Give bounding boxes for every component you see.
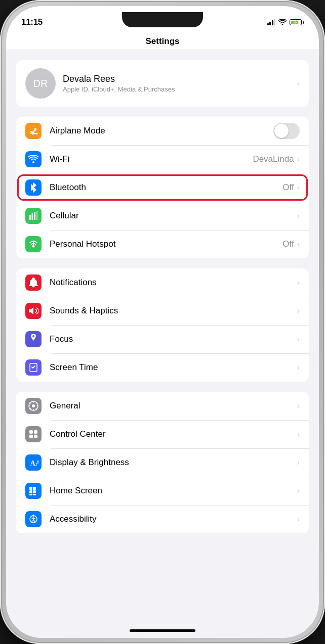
hotspot-icon bbox=[25, 236, 42, 252]
notifications-label: Notifications bbox=[50, 278, 297, 288]
display-brightness-row[interactable]: AA Display & Brightness › bbox=[16, 448, 309, 477]
home-screen-row[interactable]: Home Screen › bbox=[16, 477, 309, 505]
display-icon: AA bbox=[25, 454, 42, 471]
display-brightness-label: Display & Brightness bbox=[50, 457, 297, 468]
accessibility-label: Accessibility bbox=[50, 514, 297, 524]
sounds-haptics-chevron: › bbox=[297, 306, 300, 315]
screen-time-chevron: › bbox=[297, 363, 300, 372]
svg-rect-17 bbox=[33, 490, 36, 493]
phone-frame: 11:15 bbox=[0, 0, 325, 644]
settings-group-connectivity: Airplane Mode bbox=[16, 117, 309, 258]
screen-time-label: Screen Time bbox=[50, 362, 297, 373]
settings-group-notifications: Notifications › Sounds & Haptics bbox=[16, 268, 309, 382]
accessibility-row[interactable]: Accessibility › bbox=[16, 505, 309, 533]
wifi-icon bbox=[278, 19, 287, 25]
hotspot-label: Personal Hotspot bbox=[50, 239, 282, 249]
bluetooth-icon bbox=[25, 179, 42, 196]
hotspot-value: Off bbox=[282, 239, 294, 249]
profile-name: Devala Rees bbox=[63, 74, 297, 84]
hotspot-chevron: › bbox=[297, 240, 300, 249]
home-indicator bbox=[6, 623, 319, 638]
airplane-mode-icon bbox=[25, 123, 42, 139]
status-time: 11:15 bbox=[21, 17, 43, 27]
control-center-label: Control Center bbox=[50, 429, 297, 439]
focus-row[interactable]: Focus › bbox=[16, 325, 309, 353]
wifi-label: Wi-Fi bbox=[50, 154, 253, 164]
svg-rect-15 bbox=[33, 487, 36, 490]
settings-group-general: General › Control bbox=[16, 392, 309, 533]
svg-rect-11 bbox=[29, 435, 33, 438]
wifi-value: DevaLinda bbox=[253, 154, 294, 164]
display-chevron: › bbox=[297, 458, 300, 467]
screen: 11:15 bbox=[6, 6, 319, 638]
airplane-mode-toggle[interactable] bbox=[273, 123, 300, 139]
svg-rect-14 bbox=[29, 487, 32, 490]
airplane-mode-row[interactable]: Airplane Mode bbox=[16, 117, 309, 145]
general-label: General bbox=[50, 401, 297, 411]
screen-time-row[interactable]: Screen Time › bbox=[16, 353, 309, 382]
page-title: Settings bbox=[145, 36, 179, 46]
cellular-chevron: › bbox=[297, 211, 300, 220]
svg-rect-10 bbox=[34, 430, 37, 434]
profile-card[interactable]: DR Devala Rees Apple ID, iCloud+, Media … bbox=[16, 60, 309, 107]
wifi-settings-icon bbox=[25, 151, 42, 167]
cellular-label: Cellular bbox=[50, 211, 297, 221]
notifications-icon bbox=[25, 274, 42, 291]
profile-info: Devala Rees Apple ID, iCloud+, Media & P… bbox=[63, 74, 297, 93]
bluetooth-chevron: › bbox=[297, 183, 300, 192]
svg-point-5 bbox=[32, 335, 34, 337]
cellular-icon bbox=[25, 208, 42, 224]
sounds-icon bbox=[25, 303, 42, 319]
svg-text:AA: AA bbox=[30, 459, 38, 467]
profile-chevron: › bbox=[297, 79, 300, 88]
wifi-row[interactable]: Wi-Fi DevaLinda › bbox=[16, 145, 309, 173]
sounds-haptics-row[interactable]: Sounds & Haptics › bbox=[16, 297, 309, 325]
home-screen-label: Home Screen bbox=[50, 486, 297, 496]
accessibility-icon bbox=[25, 511, 42, 527]
home-screen-chevron: › bbox=[297, 486, 300, 495]
bluetooth-value: Off bbox=[282, 182, 294, 193]
notifications-row[interactable]: Notifications › bbox=[16, 268, 309, 297]
svg-rect-9 bbox=[29, 430, 33, 434]
bluetooth-row[interactable]: Bluetooth Off › bbox=[16, 173, 309, 202]
signal-icon bbox=[267, 19, 276, 25]
profile-subtitle: Apple ID, iCloud+, Media & Purchases bbox=[63, 85, 297, 93]
focus-label: Focus bbox=[50, 334, 297, 344]
control-center-row[interactable]: Control Center › bbox=[16, 420, 309, 448]
sounds-haptics-label: Sounds & Haptics bbox=[50, 306, 297, 316]
home-screen-icon bbox=[25, 483, 42, 499]
svg-rect-19 bbox=[33, 494, 36, 495]
notifications-chevron: › bbox=[297, 278, 300, 287]
scroll-content: DR Devala Rees Apple ID, iCloud+, Media … bbox=[6, 50, 319, 623]
status-icons: ⚡ bbox=[267, 19, 304, 25]
personal-hotspot-row[interactable]: Personal Hotspot Off › bbox=[16, 230, 309, 258]
screen-time-icon bbox=[25, 359, 42, 376]
control-center-icon bbox=[25, 426, 42, 442]
svg-rect-1 bbox=[32, 213, 33, 220]
general-chevron: › bbox=[297, 401, 300, 410]
general-row[interactable]: General › bbox=[16, 392, 309, 420]
svg-rect-12 bbox=[34, 435, 37, 438]
nav-bar: Settings bbox=[6, 31, 319, 50]
accessibility-chevron: › bbox=[297, 515, 300, 524]
general-icon bbox=[25, 398, 42, 414]
control-center-chevron: › bbox=[297, 430, 300, 439]
bluetooth-label: Bluetooth bbox=[50, 182, 282, 193]
svg-rect-0 bbox=[29, 215, 31, 220]
focus-chevron: › bbox=[297, 335, 300, 344]
wifi-chevron: › bbox=[297, 155, 300, 164]
phone-inner: 11:15 bbox=[6, 6, 319, 638]
svg-rect-3 bbox=[36, 211, 38, 220]
focus-icon bbox=[25, 331, 42, 347]
svg-rect-18 bbox=[29, 494, 32, 495]
cellular-row[interactable]: Cellular › bbox=[16, 202, 309, 230]
battery-icon: ⚡ bbox=[290, 19, 304, 25]
notch bbox=[122, 12, 203, 27]
airplane-mode-label: Airplane Mode bbox=[50, 126, 273, 136]
home-bar bbox=[130, 629, 195, 632]
avatar: DR bbox=[25, 68, 56, 99]
svg-rect-16 bbox=[29, 490, 32, 493]
svg-point-8 bbox=[32, 404, 35, 407]
svg-rect-2 bbox=[34, 212, 35, 220]
